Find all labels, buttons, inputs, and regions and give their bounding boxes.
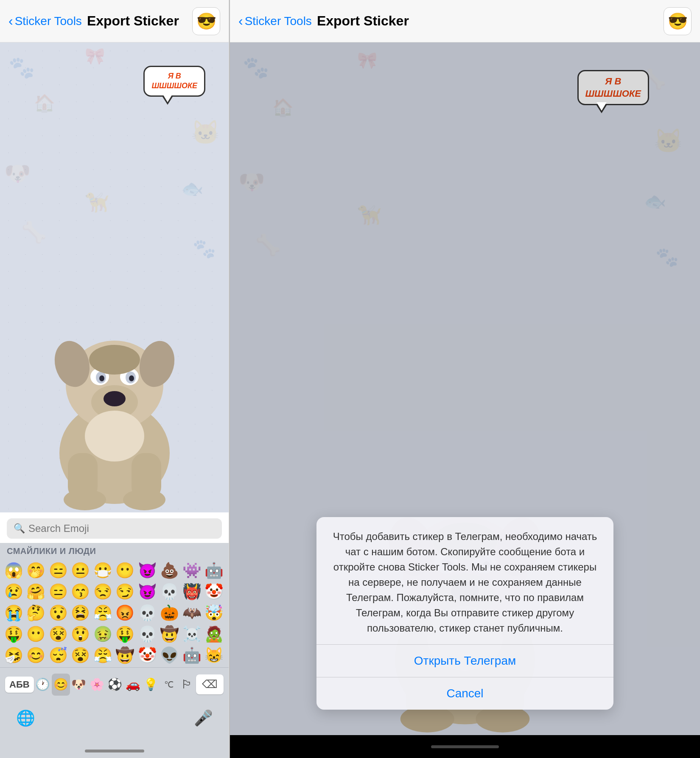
- back-chevron-icon: ‹: [8, 13, 13, 29]
- emoji-cell[interactable]: 😲: [70, 624, 91, 644]
- left-emoji-icon: 😎: [196, 12, 216, 31]
- emoji-cell[interactable]: 🤠: [160, 624, 180, 644]
- emoji-cell[interactable]: 😤: [92, 645, 113, 666]
- home-bar-right: [431, 745, 499, 748]
- emoji-cell[interactable]: 🤠: [115, 645, 135, 666]
- open-telegram-button[interactable]: Открыть Телеграм: [316, 645, 613, 677]
- emoji-cell[interactable]: 😵: [48, 624, 68, 644]
- emoji-cell[interactable]: 🤖: [204, 560, 224, 581]
- emoji-grid: 😱 🤭 😑 😐 😷 😶 😈 💩 👾 🤖 😢 🤗 😑 😙 😒 😏 😈 💀 👹 🤡 …: [0, 559, 229, 667]
- emoji-keyboard: 🔍 СМАЙЛИКИ И ЛЮДИ 😱 🤭 😑 😐 😷 😶 😈 💩 👾 🤖 😢 …: [0, 512, 229, 758]
- emoji-cell[interactable]: 😡: [115, 603, 135, 623]
- emoji-cell[interactable]: 💩: [160, 560, 180, 581]
- emoji-cell[interactable]: 😭: [3, 603, 24, 623]
- emoji-cell[interactable]: 🤭: [26, 560, 46, 581]
- emoji-cell[interactable]: 🤡: [204, 582, 224, 602]
- right-back-button[interactable]: ‹ Sticker Tools: [238, 13, 312, 29]
- keyboard-car-button[interactable]: 🚗: [124, 674, 142, 696]
- emoji-cell[interactable]: 👹: [182, 582, 202, 602]
- emoji-cell[interactable]: 😊: [26, 645, 46, 666]
- keyboard-emoji-button[interactable]: 😊: [52, 674, 70, 696]
- keyboard-flower-button[interactable]: 🌸: [88, 674, 106, 696]
- keyboard-symbols-button[interactable]: ℃: [160, 674, 178, 696]
- svg-point-9: [129, 375, 134, 381]
- alert-message: Чтобы добавить стикер в Телеграм, необхо…: [316, 517, 613, 645]
- right-sticker-canvas: 🐾 🦴 🏠 🐱 🐶 🐟 🦴 🐾 🎀 🦮 Я В ШШШШОКЕ: [230, 42, 700, 735]
- keyboard-toolbar: АБВ 🕐 😊 🐶 🌸 ⚽ 🚗 💡 ℃ 🏳 ⌫: [0, 667, 229, 701]
- emoji-cell[interactable]: 😑: [48, 560, 68, 581]
- keyboard-bulb-button[interactable]: 💡: [142, 674, 160, 696]
- globe-button[interactable]: 🌐: [13, 705, 38, 731]
- emoji-cell[interactable]: 😷: [92, 560, 113, 581]
- emoji-cell[interactable]: 😵: [70, 645, 91, 666]
- emoji-cell[interactable]: 😴: [48, 645, 68, 666]
- emoji-cell[interactable]: 😶: [26, 624, 46, 644]
- search-input[interactable]: [28, 523, 215, 534]
- svg-point-8: [99, 375, 104, 381]
- emoji-cell[interactable]: 🤧: [3, 645, 24, 666]
- emoji-cell[interactable]: 😙: [70, 582, 91, 602]
- alert-overlay: Чтобы добавить стикер в Телеграм, необхо…: [230, 42, 700, 735]
- keyboard-clock-button[interactable]: 🕐: [34, 674, 52, 696]
- svg-point-13: [89, 345, 140, 375]
- emoji-cell[interactable]: 🤖: [182, 645, 202, 666]
- keyboard-abc-button[interactable]: АБВ: [5, 677, 34, 693]
- home-bar-left: [85, 750, 144, 752]
- keyboard-animal-button[interactable]: 🐶: [70, 674, 88, 696]
- emoji-cell[interactable]: 🦇: [182, 603, 202, 623]
- keyboard-delete-button[interactable]: ⌫: [196, 674, 224, 694]
- cancel-button[interactable]: Cancel: [316, 677, 613, 710]
- emoji-cell[interactable]: 🤑: [115, 624, 135, 644]
- emoji-cell[interactable]: 😑: [48, 582, 68, 602]
- svg-rect-17: [132, 453, 161, 500]
- emoji-cell[interactable]: 🎃: [160, 603, 180, 623]
- emoji-cell[interactable]: 😏: [115, 582, 135, 602]
- svg-point-12: [104, 391, 126, 406]
- svg-rect-16: [68, 453, 98, 500]
- emoji-cell[interactable]: ☠️: [182, 624, 202, 644]
- emoji-cell[interactable]: 🤯: [204, 603, 224, 623]
- emoji-cell[interactable]: 🤢: [92, 624, 113, 644]
- right-emoji-button[interactable]: 😎: [664, 7, 692, 35]
- alert-dialog: Чтобы добавить стикер в Телеграм, необхо…: [316, 517, 613, 710]
- left-nav-title: Export Sticker: [87, 13, 187, 29]
- emoji-cell[interactable]: 🤡: [137, 645, 157, 666]
- left-back-label: Sticker Tools: [15, 14, 82, 28]
- emoji-cell[interactable]: 💀: [137, 603, 157, 623]
- emoji-cell[interactable]: 👽: [160, 645, 180, 666]
- emoji-cell[interactable]: 🤗: [26, 582, 46, 602]
- keyboard-flag-button[interactable]: 🏳: [178, 674, 196, 696]
- left-nav-bar: ‹ Sticker Tools Export Sticker 😎: [0, 0, 229, 42]
- left-back-button[interactable]: ‹ Sticker Tools: [8, 13, 82, 29]
- keyboard-bottom-bar: 🌐 🎤: [0, 701, 229, 744]
- emoji-cell[interactable]: 😤: [92, 603, 113, 623]
- emoji-cell[interactable]: 😸: [204, 645, 224, 666]
- emoji-cell[interactable]: 😈: [137, 582, 157, 602]
- emoji-cell[interactable]: 💀: [137, 624, 157, 644]
- emoji-cell[interactable]: 😢: [3, 582, 24, 602]
- emoji-cell[interactable]: 😈: [137, 560, 157, 581]
- emoji-cell[interactable]: 👾: [182, 560, 202, 581]
- emoji-cell[interactable]: 🤑: [3, 624, 24, 644]
- microphone-button[interactable]: 🎤: [190, 705, 216, 731]
- emoji-cell[interactable]: 🧟: [204, 624, 224, 644]
- right-panel: ‹ Sticker Tools Export Sticker 😎 🐾 🦴 🏠 🐱…: [230, 0, 700, 758]
- search-bar-container[interactable]: 🔍: [7, 518, 222, 539]
- emoji-cell[interactable]: 💀: [160, 582, 180, 602]
- speech-bubble-left: Я В ШШШШОКЕ: [143, 66, 205, 97]
- left-panel: ‹ Sticker Tools Export Sticker 😎 🐾 🦴 🏠 🐱…: [0, 0, 229, 758]
- left-emoji-button[interactable]: 😎: [192, 7, 220, 35]
- emoji-cell[interactable]: 😫: [70, 603, 91, 623]
- right-back-label: Sticker Tools: [245, 14, 312, 28]
- right-nav-title: Export Sticker: [317, 13, 658, 29]
- left-sticker-canvas: 🐾 🦴 🏠 🐱 🐶 🐟 🦴 🐾 🎀 🦮 Я В ШШШШОКЕ: [0, 42, 229, 512]
- keyboard-ball-button[interactable]: ⚽: [106, 674, 124, 696]
- emoji-cell[interactable]: 😶: [115, 560, 135, 581]
- emoji-cell[interactable]: 😐: [70, 560, 91, 581]
- emoji-cell[interactable]: 😱: [3, 560, 24, 581]
- right-nav-bar: ‹ Sticker Tools Export Sticker 😎: [230, 0, 700, 42]
- emoji-cell[interactable]: 😯: [48, 603, 68, 623]
- right-emoji-icon: 😎: [668, 12, 688, 31]
- emoji-cell[interactable]: 🤔: [26, 603, 46, 623]
- emoji-cell[interactable]: 😒: [92, 582, 113, 602]
